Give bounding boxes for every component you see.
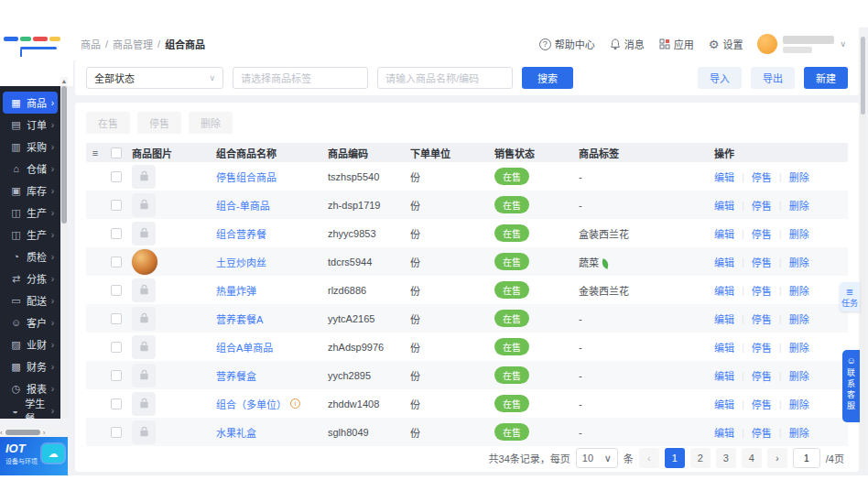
- row-checkbox[interactable]: [111, 228, 122, 239]
- action-编辑[interactable]: 编辑: [714, 340, 734, 355]
- batch-button-停售[interactable]: 停售: [137, 112, 181, 134]
- user-menu[interactable]: ∨: [757, 34, 846, 54]
- task-floating-button[interactable]: ≣ 任务: [840, 282, 860, 311]
- create-button[interactable]: 新建: [804, 67, 848, 89]
- action-停售[interactable]: 停售: [752, 198, 772, 213]
- action-删除[interactable]: 删除: [789, 283, 809, 298]
- action-删除[interactable]: 删除: [789, 169, 809, 184]
- scroll-left-icon[interactable]: ‹: [0, 429, 3, 437]
- sidebar-item-订单[interactable]: ▤订单›: [3, 114, 58, 136]
- row-checkbox[interactable]: [111, 200, 122, 211]
- action-停售[interactable]: 停售: [752, 255, 772, 269]
- export-button[interactable]: 导出: [751, 67, 795, 89]
- page-scrollbar[interactable]: [860, 35, 866, 468]
- sidebar-scrollbar[interactable]: ▲: [60, 86, 68, 419]
- sidebar-scrollbar-thumb[interactable]: [61, 86, 67, 224]
- sidebar-hscrollbar-thumb[interactable]: [5, 430, 40, 435]
- sidebar-item-库存[interactable]: ▣库存›: [3, 180, 58, 202]
- column-settings-icon[interactable]: ≡: [86, 147, 104, 158]
- action-停售[interactable]: 停售: [752, 169, 772, 184]
- scroll-up-icon[interactable]: ▲: [60, 77, 68, 86]
- page-scrollbar-thumb[interactable]: [861, 37, 865, 115]
- product-name-link[interactable]: 停售组合商品: [216, 169, 277, 184]
- product-name-link[interactable]: 土豆炒肉丝: [216, 255, 266, 269]
- sidebar-item-配送[interactable]: ▭配送›: [3, 289, 58, 311]
- sidebar-hscrollbar[interactable]: ‹ ›: [0, 428, 68, 437]
- product-name-link[interactable]: 营养餐盒: [216, 368, 256, 383]
- action-编辑[interactable]: 编辑: [714, 226, 734, 241]
- action-编辑[interactable]: 编辑: [714, 283, 734, 298]
- page-button-1[interactable]: 1: [665, 448, 685, 468]
- sidebar-item-生产[interactable]: ◫生产›: [3, 202, 58, 224]
- page-button-4[interactable]: 4: [742, 448, 762, 468]
- row-checkbox[interactable]: [111, 427, 122, 438]
- action-停售[interactable]: 停售: [752, 397, 772, 411]
- row-checkbox[interactable]: [111, 285, 122, 296]
- scroll-right-icon[interactable]: ›: [43, 429, 46, 437]
- sidebar-item-生产[interactable]: ◫生产›: [3, 224, 58, 246]
- action-删除[interactable]: 删除: [789, 340, 809, 355]
- action-编辑[interactable]: 编辑: [714, 311, 734, 326]
- action-删除[interactable]: 删除: [789, 397, 809, 411]
- action-编辑[interactable]: 编辑: [714, 198, 734, 213]
- import-button[interactable]: 导入: [698, 67, 742, 89]
- action-编辑[interactable]: 编辑: [714, 255, 734, 269]
- batch-button-在售[interactable]: 在售: [86, 112, 130, 134]
- breadcrumb-item[interactable]: 商品: [81, 37, 101, 51]
- action-停售[interactable]: 停售: [752, 283, 772, 298]
- sidebar-item-分拣[interactable]: ⇄分拣›: [3, 267, 58, 289]
- sidebar-item-商品[interactable]: ▦商品›: [3, 92, 58, 114]
- info-icon[interactable]: i: [290, 398, 300, 409]
- action-停售[interactable]: 停售: [752, 226, 772, 241]
- action-编辑[interactable]: 编辑: [714, 397, 734, 411]
- per-page-select[interactable]: 10 ∨: [576, 448, 618, 468]
- tag-input[interactable]: 请选择商品标签: [233, 67, 368, 89]
- product-name-link[interactable]: 组合营养餐: [216, 226, 266, 241]
- select-all-checkbox[interactable]: [111, 147, 122, 158]
- row-checkbox[interactable]: [111, 171, 122, 182]
- sidebar-item-财务[interactable]: ▩财务›: [3, 355, 58, 377]
- keyword-input[interactable]: 请输入商品名称/编码: [377, 67, 513, 89]
- sidebar-item-学生餐[interactable]: ◒学生餐›: [3, 399, 58, 419]
- action-停售[interactable]: 停售: [752, 340, 772, 355]
- action-删除[interactable]: 删除: [789, 368, 809, 383]
- next-page-button[interactable]: ›: [767, 448, 787, 468]
- row-checkbox[interactable]: [111, 342, 122, 353]
- search-button[interactable]: 搜索: [522, 67, 573, 89]
- row-checkbox[interactable]: [111, 256, 122, 267]
- breadcrumb-item[interactable]: 商品管理: [113, 37, 153, 51]
- product-name-link[interactable]: 水果礼盒: [216, 425, 256, 440]
- action-删除[interactable]: 删除: [789, 255, 809, 269]
- row-checkbox[interactable]: [111, 370, 122, 381]
- action-删除[interactable]: 删除: [789, 198, 809, 213]
- page-button-3[interactable]: 3: [716, 448, 736, 468]
- action-删除[interactable]: 删除: [789, 425, 809, 440]
- action-删除[interactable]: 删除: [789, 311, 809, 326]
- help-center-button[interactable]: ? 帮助中心: [539, 37, 595, 51]
- sidebar-item-客户[interactable]: ☺客户›: [3, 311, 58, 333]
- sidebar-item-质检[interactable]: ◔质检›: [3, 246, 58, 267]
- action-停售[interactable]: 停售: [752, 311, 772, 326]
- row-checkbox[interactable]: [111, 398, 122, 409]
- action-编辑[interactable]: 编辑: [714, 368, 734, 383]
- batch-button-删除[interactable]: 删除: [189, 112, 233, 134]
- product-name-link[interactable]: 组合（多单位）: [216, 397, 287, 411]
- prev-page-button[interactable]: ‹: [639, 448, 659, 468]
- row-checkbox[interactable]: [111, 313, 122, 324]
- action-删除[interactable]: 删除: [789, 226, 809, 241]
- messages-button[interactable]: 消息: [610, 37, 645, 51]
- apps-button[interactable]: 应用: [659, 37, 694, 51]
- iot-banner[interactable]: IOT 设备与环境 ☁: [0, 437, 68, 475]
- sidebar-item-业财[interactable]: ▨业财›: [3, 333, 58, 355]
- product-name-link[interactable]: 热量炸弹: [216, 283, 256, 298]
- action-停售[interactable]: 停售: [752, 368, 772, 383]
- product-name-link[interactable]: 组合A单商品: [216, 340, 273, 355]
- action-编辑[interactable]: 编辑: [714, 169, 734, 184]
- action-停售[interactable]: 停售: [752, 425, 772, 440]
- sidebar-item-仓储[interactable]: ⌂仓储›: [3, 158, 58, 180]
- product-name-link[interactable]: 组合-单商品: [216, 198, 270, 213]
- page-jump-input[interactable]: 1: [793, 448, 820, 468]
- contact-service-floating-button[interactable]: ☺ 联系客服: [842, 350, 860, 422]
- action-编辑[interactable]: 编辑: [714, 425, 734, 440]
- status-select[interactable]: 全部状态 ∨: [86, 67, 223, 89]
